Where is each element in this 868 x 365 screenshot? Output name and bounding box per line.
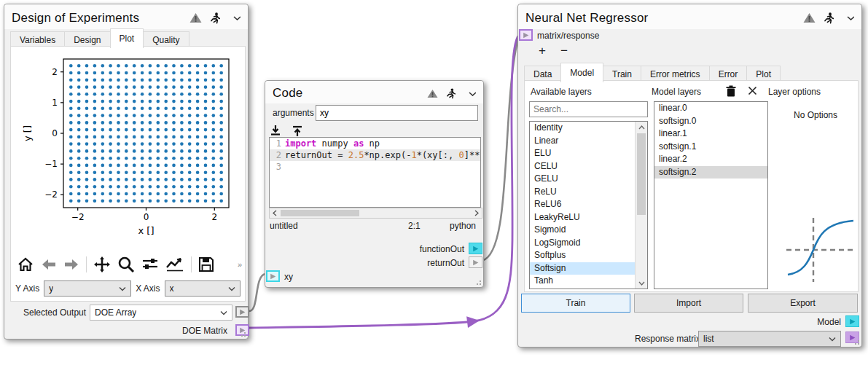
list-item[interactable]: Sigmoid [530, 224, 636, 237]
list-item[interactable]: Tanhshrink [530, 288, 636, 290]
y-axis-select[interactable]: y [44, 280, 131, 297]
svg-text:−2: −2 [44, 189, 58, 200]
train-button[interactable]: Train [521, 294, 630, 313]
x-axis-select[interactable]: x [165, 280, 241, 297]
list-item[interactable]: Softsign [530, 262, 636, 275]
list-item[interactable]: Identity [530, 122, 636, 135]
available-layers-list[interactable]: IdentityLinearELUCELUGELUReLUReLU6LeakyR… [529, 121, 648, 289]
run-icon[interactable] [211, 12, 220, 24]
toolbar-more-button[interactable]: » [238, 260, 242, 269]
warning-icon [427, 89, 438, 98]
code-statusbar: untitled 2:1 python [270, 221, 476, 234]
close-icon[interactable] [748, 86, 757, 95]
zoom-icon[interactable] [117, 256, 135, 273]
trash-icon[interactable] [726, 85, 736, 97]
customize-icon[interactable] [165, 256, 184, 272]
doe-scatter-plot: −202−2−1012x []y [] [13, 51, 242, 245]
doe-header: Design of Experiments [4, 4, 248, 29]
code-line: 2returnOut = 2.5*np.exp(-1*(xy[:, 0]**2 … [270, 149, 480, 161]
plot-toolbar: » [17, 252, 242, 277]
model-layers-label: Model layers [652, 87, 701, 97]
svg-text:y []: y [] [22, 125, 33, 141]
layer-search-input[interactable] [529, 101, 648, 117]
response-matrix-select[interactable]: list [698, 331, 841, 347]
resize-grip[interactable] [474, 278, 481, 285]
doe-matrix-row: DOE Matrix [4, 323, 248, 340]
save-icon[interactable] [198, 256, 214, 272]
functionout-port[interactable] [469, 243, 482, 254]
arguments-input[interactable] [316, 105, 478, 121]
export-button[interactable]: Export [748, 294, 858, 313]
svg-text:0: 0 [144, 212, 149, 222]
nn-header: Neural Net Regressor [518, 4, 861, 29]
code-panel: Code arguments 1import numpy as np2retur… [265, 80, 484, 288]
remove-layer-button[interactable]: − [560, 44, 568, 61]
doe-panel: Design of Experiments VariablesDesignPlo… [4, 4, 249, 340]
list-item[interactable]: linear.0 [654, 102, 767, 115]
list-item[interactable]: linear.1 [654, 127, 767, 141]
list-item[interactable]: softsign.0 [654, 115, 767, 128]
nn-model-tab-content: Available layers Model layers Layer opti… [524, 80, 859, 292]
run-icon[interactable] [447, 88, 455, 99]
y-axis-label: Y Axis [15, 283, 39, 294]
matrix-response-port[interactable] [519, 29, 533, 41]
tab-model[interactable]: Model [560, 63, 603, 82]
list-item[interactable]: LogSigmoid [530, 237, 636, 250]
warning-icon [803, 12, 816, 23]
back-icon[interactable] [41, 258, 57, 271]
chevron-down-icon[interactable] [469, 91, 476, 96]
list-item[interactable]: ReLU6 [530, 198, 636, 211]
list-item[interactable]: softsign.2 [654, 166, 767, 179]
doe-matrix-label: DOE Matrix [182, 326, 227, 336]
axis-selectors: Y Axis y X Axis x [15, 280, 241, 297]
layer-add-remove: + − [539, 44, 568, 61]
code-title: Code [273, 86, 427, 101]
list-item[interactable]: ELU [530, 147, 636, 160]
resize-grip[interactable] [239, 330, 246, 337]
list-item[interactable]: Linear [530, 135, 636, 148]
available-layers-scrollbar[interactable] [635, 122, 647, 289]
import-button[interactable]: Import [634, 294, 743, 313]
matrix-response-label: matrix/response [537, 31, 599, 41]
selected-output-port[interactable] [235, 306, 249, 318]
list-item[interactable]: linear.2 [654, 153, 767, 166]
nn-title: Neural Net Regressor [525, 11, 803, 25]
list-item[interactable]: CELU [530, 160, 636, 173]
run-icon[interactable] [824, 12, 834, 24]
subplots-icon[interactable] [141, 256, 159, 272]
list-item[interactable]: GELU [530, 173, 636, 186]
nn-panel: Neural Net Regressor matrix/response + −… [517, 4, 862, 348]
scroll-thumb[interactable] [281, 210, 359, 216]
list-item[interactable]: softsign.1 [654, 141, 767, 154]
resize-grip[interactable] [853, 338, 859, 345]
model-layers-list[interactable]: linear.0softsign.0linear.1softsign.1line… [654, 101, 768, 289]
model-port[interactable] [845, 315, 859, 327]
xy-input-port[interactable] [266, 270, 280, 282]
chevron-down-icon[interactable] [847, 15, 854, 20]
tab-plot[interactable]: Plot [110, 28, 144, 48]
home-icon[interactable] [17, 256, 34, 272]
code-editor[interactable]: 1import numpy as np2returnOut = 2.5*np.e… [269, 137, 481, 208]
list-item[interactable]: LeakyReLU [530, 211, 636, 224]
save-code-icon[interactable] [292, 125, 303, 137]
selected-output-select[interactable]: DOE Array [90, 305, 232, 321]
returnout-row: returnOut [265, 256, 483, 270]
selected-output-row: Selected Output DOE Array [4, 304, 248, 323]
arguments-label: arguments [273, 108, 314, 118]
pan-icon[interactable] [93, 256, 111, 273]
code-h-scrollbar[interactable] [269, 208, 482, 219]
load-code-icon[interactable] [270, 125, 281, 137]
file-name: untitled [270, 221, 298, 231]
list-item[interactable]: ReLU [530, 186, 636, 199]
x-axis-label: X Axis [136, 283, 160, 294]
svg-text:2: 2 [52, 67, 58, 77]
add-layer-button[interactable]: + [539, 44, 546, 61]
list-item[interactable]: Softplus [530, 249, 636, 262]
chevron-down-icon[interactable] [233, 15, 241, 20]
warning-icon [189, 12, 202, 23]
list-item[interactable]: Tanh [530, 275, 636, 288]
layer-options-label: Layer options [768, 87, 821, 97]
returnout-port[interactable] [469, 256, 482, 268]
svg-text:x []: x [] [138, 225, 155, 236]
forward-icon[interactable] [63, 258, 79, 271]
